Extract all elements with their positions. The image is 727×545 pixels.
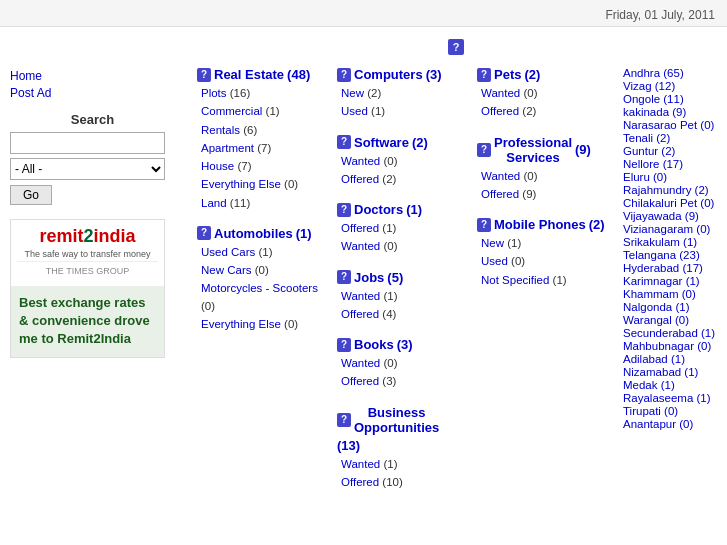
software-wanted-link[interactable]: Wanted	[341, 155, 380, 167]
list-item: Rajahmundry (2)	[623, 184, 721, 196]
chilakaluri-pet-link[interactable]: Chilakaluri Pet (0)	[623, 197, 714, 209]
everything-else-re-link[interactable]: Everything Else	[201, 178, 281, 190]
hyderabad-link[interactable]: Hyderabad (17)	[623, 262, 703, 274]
motorcycles-link[interactable]: Motorcycles - Scooters	[201, 282, 318, 294]
pets-help-icon[interactable]: ?	[477, 68, 491, 82]
doctors-offered-link[interactable]: Offered	[341, 222, 379, 234]
telangana-link[interactable]: Telangana (23)	[623, 249, 700, 261]
real-estate-link[interactable]: Real Estate	[214, 67, 284, 82]
khammam-link[interactable]: Khammam (0)	[623, 288, 696, 300]
pets-wanted-link[interactable]: Wanted	[481, 87, 520, 99]
mahbubnagar-link[interactable]: Mahbubnagar (0)	[623, 340, 711, 352]
jobs-link[interactable]: Jobs	[354, 270, 384, 285]
books-help-icon[interactable]: ?	[337, 338, 351, 352]
secunderabad-link[interactable]: Secunderabad (1)	[623, 327, 715, 339]
vizag-link[interactable]: Vizag (12)	[623, 80, 675, 92]
vijayawada-link[interactable]: Vijayawada (9)	[623, 210, 699, 222]
professional-services-link[interactable]: ProfessionalServices	[494, 135, 572, 165]
prof-services-wanted-link[interactable]: Wanted	[481, 170, 520, 182]
doctors-link[interactable]: Doctors	[354, 202, 403, 217]
professional-services-section: ? ProfessionalServices (9) Wanted (0) Of…	[477, 135, 605, 204]
automobiles-link[interactable]: Automobiles	[214, 226, 293, 241]
list-item: Nellore (17)	[623, 158, 721, 170]
computers-new-link[interactable]: New	[341, 87, 364, 99]
nav-home[interactable]: Home	[10, 69, 175, 83]
rayalaseema-link[interactable]: Rayalaseema (1)	[623, 392, 711, 404]
jobs-wanted-link[interactable]: Wanted	[341, 290, 380, 302]
computers-used-link[interactable]: Used	[341, 105, 368, 117]
rajahmundry-link[interactable]: Rajahmundry (2)	[623, 184, 709, 196]
rentals-link[interactable]: Rentals	[201, 124, 240, 136]
books-link[interactable]: Books	[354, 337, 394, 352]
list-item: Wanted (0)	[341, 238, 465, 255]
everything-else-auto-link[interactable]: Everything Else	[201, 318, 281, 330]
list-item: Mahbubnagar (0)	[623, 340, 721, 352]
ongole-link[interactable]: Ongole (11)	[623, 93, 684, 105]
real-estate-help-icon[interactable]: ?	[197, 68, 211, 82]
adilabad-link[interactable]: Adilabad (1)	[623, 353, 685, 365]
land-link[interactable]: Land	[201, 197, 227, 209]
prof-services-help-icon[interactable]: ?	[477, 143, 491, 157]
help-icon[interactable]: ?	[448, 39, 464, 55]
commercial-link[interactable]: Commercial	[201, 105, 262, 117]
karimnagar-link[interactable]: Karimnagar (1)	[623, 275, 700, 287]
computers-help-icon[interactable]: ?	[337, 68, 351, 82]
computers-link[interactable]: Computers	[354, 67, 423, 82]
guntur-link[interactable]: Guntur (2)	[623, 145, 675, 157]
books-wanted-link[interactable]: Wanted	[341, 357, 380, 369]
tenali-link[interactable]: Tenali (2)	[623, 132, 670, 144]
jobs-offered-link[interactable]: Offered	[341, 308, 379, 320]
mobile-phones-used-link[interactable]: Used	[481, 255, 508, 267]
ad-body[interactable]: Best exchange rates & convenience drove …	[11, 286, 164, 357]
list-item: House (7)	[201, 158, 325, 175]
nizamabad-link[interactable]: Nizamabad (1)	[623, 366, 698, 378]
used-cars-link[interactable]: Used Cars	[201, 246, 255, 258]
software-help-icon[interactable]: ?	[337, 135, 351, 149]
list-item: Motorcycles - Scooters (0)	[201, 280, 325, 315]
house-link[interactable]: House	[201, 160, 234, 172]
andhra-link[interactable]: Andhra (65)	[623, 67, 684, 79]
mobile-phones-new-link[interactable]: New	[481, 237, 504, 249]
business-offered-link[interactable]: Offered	[341, 476, 379, 488]
list-item: Khammam (0)	[623, 288, 721, 300]
narasarao-pet-link[interactable]: Narasarao Pet (0)	[623, 119, 714, 131]
list-item: Narasarao Pet (0)	[623, 119, 721, 131]
search-select[interactable]: - All -	[10, 158, 165, 180]
medak-link[interactable]: Medak (1)	[623, 379, 675, 391]
srikakulam-link[interactable]: Srikakulam (1)	[623, 236, 697, 248]
search-input[interactable]	[10, 132, 165, 154]
mobile-phones-link[interactable]: Mobile Phones	[494, 217, 586, 232]
books-offered-link[interactable]: Offered	[341, 375, 379, 387]
doctors-wanted-link[interactable]: Wanted	[341, 240, 380, 252]
business-help-icon[interactable]: ?	[337, 413, 351, 427]
prof-services-offered-link[interactable]: Offered	[481, 188, 519, 200]
pets-link[interactable]: Pets	[494, 67, 521, 82]
eluru-link[interactable]: Eluru (0)	[623, 171, 667, 183]
software-link[interactable]: Software	[354, 135, 409, 150]
mobile-phones-not-specified-link[interactable]: Not Specified	[481, 274, 549, 286]
doctors-help-icon[interactable]: ?	[337, 203, 351, 217]
software-offered-link[interactable]: Offered	[341, 173, 379, 185]
computers-count: (3)	[426, 67, 442, 82]
anantapur-link[interactable]: Anantapur (0)	[623, 418, 693, 430]
jobs-help-icon[interactable]: ?	[337, 270, 351, 284]
nalgonda-link[interactable]: Nalgonda (1)	[623, 301, 689, 313]
kakinada-link[interactable]: kakinada (9)	[623, 106, 686, 118]
nellore-link[interactable]: Nellore (17)	[623, 158, 683, 170]
go-button[interactable]: Go	[10, 185, 52, 205]
automobiles-help-icon[interactable]: ?	[197, 226, 211, 240]
pets-offered-link[interactable]: Offered	[481, 105, 519, 117]
tirupati-link[interactable]: Tirupati (0)	[623, 405, 678, 417]
mobile-phones-help-icon[interactable]: ?	[477, 218, 491, 232]
search-label: Search	[10, 112, 175, 127]
apartment-link[interactable]: Apartment	[201, 142, 254, 154]
warangal-link[interactable]: Warangal (0)	[623, 314, 689, 326]
new-cars-link[interactable]: New Cars	[201, 264, 251, 276]
business-link[interactable]: BusinessOpportunities	[354, 405, 439, 435]
nav-post-ad[interactable]: Post Ad	[10, 86, 175, 100]
books-section: ? Books (3) Wanted (0) Offered (3)	[337, 337, 465, 391]
plots-link[interactable]: Plots	[201, 87, 227, 99]
vizianagaram-link[interactable]: Vizianagaram (0)	[623, 223, 710, 235]
business-wanted-link[interactable]: Wanted	[341, 458, 380, 470]
sidebar: Home Post Ad Search - All - Go remit2ind…	[0, 63, 185, 509]
